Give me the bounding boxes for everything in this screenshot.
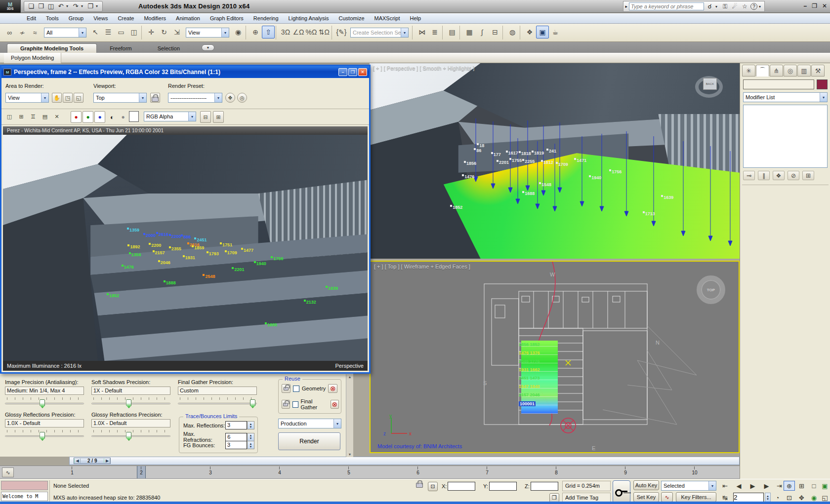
monochrome-button[interactable]: ◐	[107, 111, 117, 123]
viewport-top[interactable]: 1856 18521476 13762046 17761931 16622451…	[370, 261, 740, 453]
close-icon[interactable]: ✕	[358, 68, 367, 76]
zoom-extents-all-icon[interactable]: ▣	[819, 481, 830, 491]
edit-named-selection-sets-icon[interactable]: {✎}	[335, 26, 348, 39]
bind-to-space-warp-icon[interactable]: ≈	[29, 26, 42, 39]
angle-snap-icon[interactable]: ∠Ω	[292, 26, 305, 39]
configure-modifier-sets-icon[interactable]: ⊞	[802, 171, 814, 180]
select-by-name-icon[interactable]: ☰	[102, 26, 115, 39]
time-slider[interactable]: ◀ 2 / 9 ▶	[69, 457, 740, 465]
spinner-snap-icon[interactable]: ⇅Ω	[318, 26, 331, 39]
align-icon[interactable]: ≣	[428, 26, 441, 39]
make-unique-icon[interactable]: ❖	[773, 171, 785, 180]
keyboard-shortcut-override-icon[interactable]: ⇧	[262, 26, 275, 39]
render-production-icon[interactable]: ☕	[549, 26, 562, 39]
toggle-ui-icon[interactable]: ⊞	[213, 111, 224, 123]
green-channel-button[interactable]: ●	[83, 111, 93, 123]
soft-shadows-slider[interactable]	[91, 396, 170, 409]
menu-modifiers[interactable]: Modifiers	[139, 14, 171, 23]
channel-display-dropdown[interactable]: RGB Alpha ▾	[144, 112, 196, 121]
search-icon[interactable]: ☌	[706, 2, 714, 11]
viewcube-top-wheel[interactable]: TOP	[697, 275, 725, 304]
slider-handle[interactable]	[40, 432, 45, 441]
ribbon-tab-graphite-modeling-tools[interactable]: Graphite Modeling Tools	[7, 43, 97, 53]
track-bar[interactable]: ∿ 12345678910	[0, 465, 740, 479]
render-setup-button[interactable]: ❖	[225, 93, 235, 103]
red-channel-button[interactable]: ●	[71, 111, 82, 123]
viewcube[interactable]: BACK	[695, 72, 726, 101]
material-editor-icon[interactable]: ◍	[506, 26, 519, 39]
project-toolbar-icon[interactable]: ❐	[86, 2, 95, 11]
next-frame-icon[interactable]: ▶	[761, 481, 772, 491]
zoom-region-icon[interactable]: ⊡	[784, 493, 795, 503]
blue-channel-button[interactable]: ●	[94, 111, 105, 123]
selection-filter-dropdown[interactable]: All ▾	[44, 28, 86, 38]
menu-tools[interactable]: Tools	[41, 14, 64, 23]
rendered-frame-window-icon[interactable]: ▣	[536, 26, 549, 39]
undo-icon[interactable]: ↶	[56, 2, 65, 11]
subscription-key-icon[interactable]: ⚿	[721, 2, 729, 11]
set-key-button[interactable]: Set Key	[633, 492, 659, 502]
final-gather-checkbox[interactable]	[292, 401, 298, 408]
search-input[interactable]	[629, 2, 704, 10]
clone-window-icon[interactable]: ♊	[28, 112, 38, 121]
lock-final-gather-button[interactable]	[282, 400, 290, 409]
image-precision-slider[interactable]	[5, 396, 84, 409]
menu-edit[interactable]: Edit	[22, 14, 41, 23]
key-selection-dropdown[interactable]: Selected ▾	[661, 481, 716, 491]
render-setup-icon[interactable]: ❖	[523, 26, 536, 39]
maximize-viewport-toggle-icon[interactable]: ◱	[819, 493, 830, 503]
named-selection-sets-dropdown[interactable]: Create Selection Se ▾	[350, 28, 409, 38]
geometry-checkbox[interactable]	[293, 386, 299, 392]
reference-coordinate-system-dropdown[interactable]: View ▾	[186, 28, 229, 38]
current-frame-field[interactable]	[733, 493, 764, 502]
scroll-up-icon[interactable]: ▲	[348, 375, 352, 379]
close-window-icon[interactable]: ✕	[822, 2, 827, 9]
object-color-swatch[interactable]	[817, 79, 828, 89]
menu-customize[interactable]: Customize	[334, 14, 370, 23]
help-dropdown-icon[interactable]: ▾	[759, 4, 763, 9]
mirror-icon[interactable]: ⋈	[415, 26, 428, 39]
viewport-dropdown[interactable]: Top ▾	[93, 93, 147, 103]
ribbon-tab-selection[interactable]: Selection	[145, 44, 193, 53]
key-mode-toggle-icon[interactable]: ↹	[719, 493, 731, 503]
glossy-reflections-slider[interactable]	[5, 429, 84, 442]
pan-region-button[interactable]: ✋	[52, 93, 62, 103]
maximize-icon[interactable]: ❐	[348, 68, 357, 76]
new-file-icon[interactable]: ❏	[27, 2, 36, 11]
max-refractions-field[interactable]: 6	[225, 433, 247, 441]
select-and-move-icon[interactable]: ✛	[145, 26, 158, 39]
edit-region-button[interactable]: ◳	[63, 93, 73, 103]
select-and-link-icon[interactable]: ∞	[3, 26, 16, 39]
application-menu-button[interactable]: M 3DS	[0, 0, 21, 13]
modifier-list-dropdown[interactable]: Modifier List ▾	[743, 92, 828, 102]
zoom-icon[interactable]: ⊕	[784, 481, 795, 491]
render-preset-dropdown[interactable]: -------------------- ▾	[168, 93, 222, 103]
save-file-icon[interactable]: ◫	[46, 2, 55, 11]
set-keys-button[interactable]	[613, 480, 630, 503]
polygon-modeling-panel-tab[interactable]: Polygon Modeling	[4, 53, 61, 63]
rendered-frame-window-title-bar[interactable]: M Perspective, frame 2 -- Effects Previe…	[1, 66, 369, 78]
zoom-all-icon[interactable]: ⊞	[796, 481, 807, 491]
fg-bounces-field[interactable]: 3	[225, 441, 247, 449]
window-crossing-icon[interactable]: ◫	[127, 26, 140, 39]
layers-dialog-icon[interactable]: ⊟	[200, 111, 211, 123]
menu-lighting-analysis[interactable]: Lighting Analysis	[284, 14, 334, 23]
spinner[interactable]: ▲▼	[247, 441, 254, 449]
time-configuration-icon[interactable]: ◔	[772, 493, 783, 503]
auto-region-button[interactable]: ◱	[74, 93, 83, 103]
unlink-selection-icon[interactable]: ≁	[16, 26, 29, 39]
render-mode-dropdown[interactable]: Production ▾	[278, 419, 341, 428]
clear-geometry-icon[interactable]: ⊗	[328, 384, 337, 393]
clear-image-icon[interactable]: ✕	[52, 112, 62, 121]
search-dropdown-icon[interactable]: ▾	[715, 4, 719, 9]
remove-modifier-icon[interactable]: ⊘	[788, 171, 799, 180]
slider-handle[interactable]	[250, 399, 255, 408]
curve-editor-icon[interactable]: ∫	[476, 26, 489, 39]
alpha-channel-button[interactable]: ●	[118, 111, 128, 123]
select-and-rotate-icon[interactable]: ↻	[158, 26, 170, 39]
use-pivot-point-center-icon[interactable]: ◉	[232, 26, 245, 39]
tab-display[interactable]: ▥	[797, 65, 811, 77]
infocenter-expand-icon[interactable]: ▸	[625, 4, 627, 9]
pan-view-icon[interactable]: ✥	[796, 493, 807, 503]
next-frame-arrow-icon[interactable]: ▶	[104, 459, 110, 463]
